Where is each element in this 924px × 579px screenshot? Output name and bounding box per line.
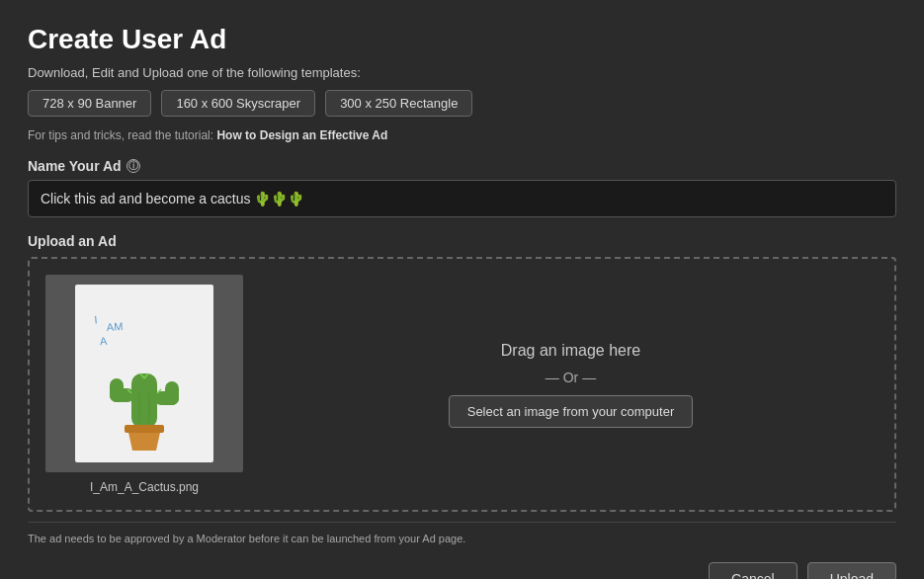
svg-rect-6 [110,378,124,402]
svg-rect-4 [131,373,157,428]
upload-right: Drag an image here — Or — Select an imag… [263,275,879,494]
bottom-divider [28,522,896,523]
svg-rect-10 [125,425,164,433]
cancel-button[interactable]: Cancel [709,562,798,579]
tips-link[interactable]: How to Design an Effective Ad [216,128,387,142]
image-preview-container: I AM A [45,275,243,494]
image-filename: I_Am_A_Cactus.png [90,480,199,494]
template-btn-banner[interactable]: 728 x 90 Banner [28,90,151,117]
name-ad-info-icon: ⓘ [126,159,140,173]
name-ad-label: Name Your Ad ⓘ [28,158,896,174]
svg-rect-8 [165,381,179,405]
templates-label: Download, Edit and Upload one of the fol… [28,65,896,80]
drag-text: Drag an image here [501,342,640,360]
modal-title: Create User Ad [28,24,896,55]
moderator-notice: The ad needs to be approved by a Moderat… [28,533,896,544]
footer-buttons: Cancel Upload [28,558,896,579]
create-user-ad-modal: Create User Ad Download, Edit and Upload… [0,0,924,579]
ad-name-input[interactable] [28,180,896,217]
image-preview: I AM A [45,275,243,472]
upload-area[interactable]: I AM A [28,257,896,512]
svg-text:AM: AM [107,320,124,333]
select-image-button[interactable]: Select an image from your computer [449,395,694,428]
tips-text: For tips and tricks, read the tutorial: … [28,128,896,142]
template-btn-rectangle[interactable]: 300 x 250 Rectangle [325,90,472,117]
or-divider: — Or — [546,370,596,385]
template-buttons-group: 728 x 90 Banner 160 x 600 Skyscraper 300… [28,90,896,117]
upload-section-label: Upload an Ad [28,233,896,249]
preview-image-svg: I AM A [45,275,243,472]
upload-button[interactable]: Upload [807,562,896,579]
template-btn-skyscraper[interactable]: 160 x 600 Skyscraper [161,90,315,117]
